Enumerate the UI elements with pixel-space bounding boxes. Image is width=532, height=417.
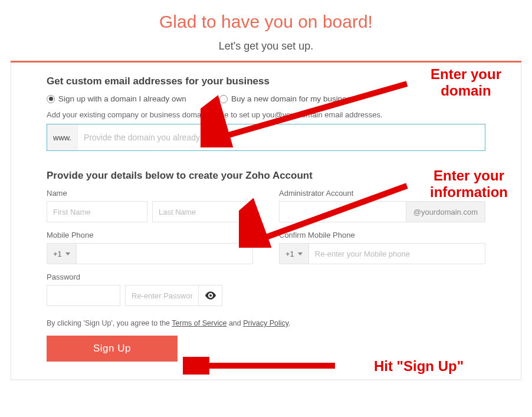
last-name-input[interactable] (152, 201, 253, 222)
first-name-input[interactable] (47, 201, 147, 222)
agree-text: By clicking 'Sign Up', you agree to the … (47, 319, 485, 327)
admin-account-input[interactable] (279, 201, 406, 222)
signup-card: Get custom email addresses for your busi… (11, 63, 521, 380)
phone-code-value: +1 (285, 249, 294, 258)
radio-own-domain-label: Sign up with a domain I already own (58, 94, 186, 103)
confirm-password-input[interactable] (125, 285, 199, 306)
mobile-phone-label: Mobile Phone (47, 231, 253, 239)
chevron-down-icon (65, 252, 70, 255)
details-section-heading: Provide your details below to create you… (47, 170, 485, 182)
chevron-down-icon (298, 252, 303, 255)
confirm-phone-country-code-select[interactable]: +1 (279, 243, 308, 264)
eye-icon (205, 291, 216, 300)
confirm-mobile-label: Confirm Mobile Phone (279, 231, 485, 239)
radio-buy-domain[interactable]: Buy a new domain for my business (219, 94, 354, 103)
mobile-phone-input[interactable] (76, 243, 253, 264)
name-label: Name (47, 189, 253, 198)
password-input[interactable] (47, 285, 120, 306)
domain-input-wrap: www. (47, 124, 485, 151)
svg-point-0 (209, 294, 211, 297)
signup-button[interactable]: Sign Up (47, 336, 178, 362)
privacy-policy-link[interactable]: Privacy Policy (243, 319, 288, 327)
radio-icon (219, 95, 228, 103)
admin-domain-suffix: @yourdomain.com (406, 201, 485, 222)
phone-code-value: +1 (53, 249, 62, 258)
phone-country-code-select[interactable]: +1 (47, 243, 76, 264)
radio-buy-domain-label: Buy a new domain for my business (231, 94, 354, 103)
admin-account-label: Administrator Account (279, 189, 485, 198)
page-title: Glad to have you on board! (11, 12, 521, 32)
password-label: Password (47, 272, 485, 281)
confirm-mobile-phone-input[interactable] (308, 243, 485, 264)
page-subtitle: Let's get you set up. (11, 40, 521, 52)
domain-option-row: Sign up with a domain I already own Buy … (47, 94, 485, 103)
toggle-password-visibility-button[interactable] (199, 285, 222, 306)
radio-own-domain[interactable]: Sign up with a domain I already own (47, 94, 186, 103)
terms-of-service-link[interactable]: Terms of Service (172, 319, 226, 327)
domain-section-heading: Get custom email addresses for your busi… (47, 75, 485, 87)
domain-helper-text: Add your existing company or business do… (47, 110, 485, 119)
domain-input[interactable] (78, 124, 485, 150)
radio-icon (47, 95, 55, 103)
domain-www-prefix: www. (47, 124, 78, 150)
